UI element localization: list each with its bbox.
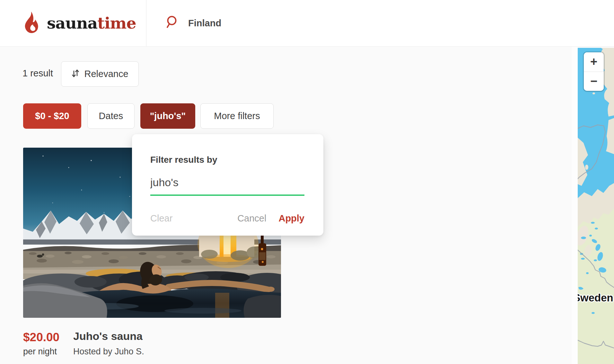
app-header: saunatime Finland — [0, 0, 614, 47]
clear-button[interactable]: Clear — [150, 213, 172, 224]
listing-price-unit: per night — [23, 347, 57, 357]
flame-icon — [23, 12, 39, 35]
filter-popover: Filter results by Clear Cancel Apply — [132, 134, 323, 236]
listing-host: Hosted by Juho S. — [73, 347, 144, 357]
brand-name-black: sauna — [47, 14, 97, 32]
scrollbar-gutter — [572, 47, 578, 364]
cancel-button[interactable]: Cancel — [237, 213, 266, 224]
header-divider — [146, 0, 146, 46]
popover-actions: Clear Cancel Apply — [150, 213, 304, 224]
filter-term-button[interactable]: "juho's" — [140, 103, 195, 129]
map-country-label: Sweden — [578, 292, 613, 304]
filter-dates-button[interactable]: Dates — [87, 103, 135, 129]
map-zoom-control: + − — [584, 52, 604, 91]
filter-term-input[interactable] — [150, 170, 304, 196]
search-value: Finland — [188, 18, 221, 29]
brand-name-red: time — [97, 14, 136, 32]
search-icon — [166, 15, 180, 31]
sort-icon — [71, 69, 80, 80]
sort-label: Relevance — [84, 69, 128, 79]
search-bar[interactable]: Finland — [166, 13, 221, 33]
popover-title: Filter results by — [150, 155, 217, 165]
listing-title: Juho's sauna — [73, 330, 143, 342]
results-count: 1 result — [22, 68, 53, 79]
filter-price-button[interactable]: $0 - $20 — [23, 103, 81, 129]
filter-more-button[interactable]: More filters — [200, 103, 274, 129]
apply-button[interactable]: Apply — [278, 213, 304, 224]
zoom-out-button[interactable]: − — [584, 72, 604, 91]
brand-logo[interactable]: saunatime — [23, 12, 136, 35]
brand-name: saunatime — [47, 15, 136, 31]
map-panel[interactable]: Sweden — [578, 48, 614, 364]
listing-price: $20.00 — [23, 331, 59, 344]
zoom-in-button[interactable]: + — [584, 52, 604, 72]
sort-button[interactable]: Relevance — [61, 61, 139, 87]
